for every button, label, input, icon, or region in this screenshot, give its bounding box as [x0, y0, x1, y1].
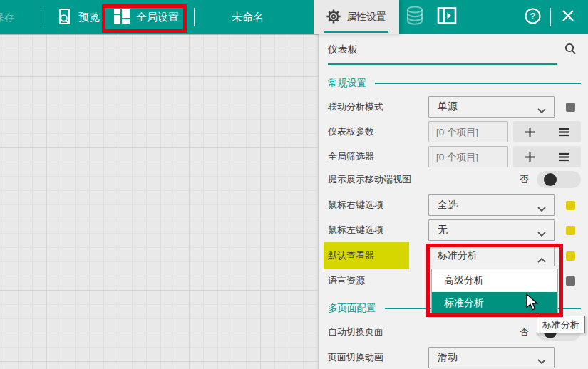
chevron-down-icon — [537, 228, 546, 239]
database-icon — [406, 5, 424, 29]
help-button[interactable]: ? — [525, 0, 541, 34]
style-indicator[interactable] — [566, 276, 575, 286]
menu-icon[interactable] — [553, 146, 574, 167]
global-filter-input[interactable] — [428, 146, 508, 167]
field-label: 自动切换页面 — [328, 326, 383, 338]
linkage-mode-select[interactable]: 单源 — [428, 96, 555, 118]
gear-icon — [326, 9, 341, 26]
toolbar-divider — [550, 8, 551, 26]
field-label: 鼠标左键选项 — [328, 224, 428, 237]
side-panel-toggle-button[interactable] — [437, 0, 457, 34]
chevron-down-icon — [537, 203, 546, 214]
dashboard-params-input[interactable] — [428, 121, 508, 142]
row-left-click: 鼠标左键选项 无 — [328, 219, 581, 241]
section-general: 常规设置 — [328, 78, 581, 89]
toggle-state-label: 否 — [520, 326, 529, 338]
left-click-select[interactable]: 无 — [428, 219, 555, 241]
field-label: 仪表板参数 — [328, 125, 428, 138]
row-page-transition: 页面切换动画 滑动 — [328, 347, 581, 368]
panel-title-underline — [328, 63, 557, 65]
dashboard-canvas[interactable] — [0, 34, 319, 369]
field-label: 提示展示移动端视图 — [328, 173, 411, 186]
params-button-group — [513, 121, 581, 142]
side-panel-icon — [437, 6, 457, 28]
highlighted-label: 默认查看器 — [324, 242, 409, 269]
toolbar-divider — [41, 8, 41, 26]
section-line — [375, 83, 581, 84]
filter-button-group — [513, 146, 581, 167]
menu-icon[interactable] — [553, 121, 574, 142]
toggle-knob — [544, 173, 557, 186]
field-label: 鼠标右键选项 — [328, 199, 428, 212]
page-transition-select[interactable]: 滑动 — [428, 347, 555, 368]
tab-properties[interactable]: 属性设置 — [314, 0, 399, 34]
add-button[interactable] — [520, 146, 541, 167]
style-indicator[interactable] — [566, 251, 575, 261]
document-title: 未命名 — [214, 0, 282, 34]
panel-header: 仪表板 — [328, 34, 581, 65]
style-indicator[interactable] — [566, 103, 575, 112]
app-window: 保存 预览 全局设置 — [0, 0, 588, 369]
save-label: 保存 — [0, 11, 15, 24]
style-indicator[interactable] — [566, 226, 575, 235]
row-global-filter: 全局筛选器 — [328, 146, 581, 167]
save-button[interactable]: 保存 — [0, 0, 15, 34]
toolbar: 保存 预览 全局设置 — [0, 0, 588, 34]
annotation-box-viewer-dropdown — [426, 244, 563, 317]
row-dashboard-params: 仪表板参数 — [328, 121, 581, 142]
field-label: 页面切换动画 — [328, 351, 428, 364]
mobile-view-toggle[interactable] — [537, 171, 581, 188]
preview-label: 预览 — [78, 11, 100, 24]
tab-properties-label: 属性设置 — [346, 11, 386, 24]
row-right-click: 鼠标右键选项 全选 — [328, 194, 581, 216]
close-icon — [562, 9, 574, 25]
add-button[interactable] — [520, 121, 541, 142]
field-label: 默认查看器 — [328, 242, 428, 269]
help-icon: ? — [525, 8, 541, 27]
row-mobile-view-hint: 提示展示移动端视图 否 — [328, 171, 581, 188]
database-button[interactable] — [406, 0, 424, 34]
svg-text:?: ? — [530, 11, 536, 21]
tab-active-indicator — [324, 31, 388, 33]
annotation-box-global-settings — [102, 4, 187, 33]
preview-button[interactable]: 预览 — [57, 0, 100, 34]
search-icon[interactable] — [564, 43, 577, 58]
style-indicator[interactable] — [566, 201, 575, 210]
field-label: 语言资源 — [328, 274, 428, 287]
right-click-select[interactable]: 全选 — [428, 194, 555, 216]
close-button[interactable] — [562, 0, 574, 34]
toolbar-divider — [194, 8, 195, 26]
panel-title: 仪表板 — [328, 43, 358, 56]
row-linkage-mode: 联动分析模式 单源 — [328, 96, 581, 118]
field-label: 全局筛选器 — [328, 150, 428, 163]
tooltip: 标准分析 — [537, 316, 585, 333]
preview-icon — [57, 8, 72, 27]
toggle-state-label: 否 — [520, 173, 529, 186]
cursor-icon — [526, 293, 540, 316]
chevron-down-icon — [537, 355, 546, 367]
chevron-down-icon — [537, 105, 546, 116]
field-label: 联动分析模式 — [328, 100, 428, 113]
